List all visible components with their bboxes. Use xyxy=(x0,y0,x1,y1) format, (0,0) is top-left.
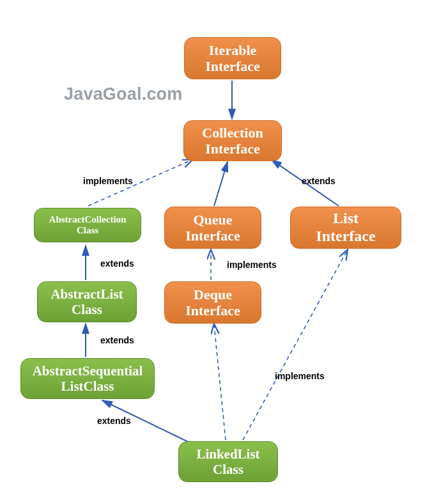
node-line: Class xyxy=(213,462,243,477)
edge-label-extends: extends xyxy=(97,416,131,426)
node-abstractsequentiallist-class: AbstractSequential ListClass xyxy=(20,358,155,399)
watermark-text: JavaGoal.com xyxy=(64,84,183,104)
edge-label-implements: implements xyxy=(83,176,133,186)
edge-label-implements: implements xyxy=(227,260,277,270)
edge-label-extends: extends xyxy=(302,176,336,186)
node-line: Iterable xyxy=(209,42,257,58)
node-line: Interface xyxy=(205,141,260,157)
edge-label-implements: implements xyxy=(275,371,325,381)
node-abstractcollection-class: AbstractCollection Class xyxy=(34,208,141,242)
node-line: Deque xyxy=(194,286,232,302)
edge-label-extends: extends xyxy=(100,258,134,269)
diagram-canvas: JavaGoal.com xyxy=(0,0,448,502)
edge-linkedlist-list xyxy=(243,251,347,440)
edge-label-extends: extends xyxy=(100,335,134,345)
node-iterable-interface: Iterable Interface xyxy=(184,37,281,79)
node-line: Class xyxy=(72,302,102,317)
edge-linkedlist-deque xyxy=(214,325,226,440)
node-line: LinkedList xyxy=(196,446,259,462)
node-collection-interface: Collection Interface xyxy=(183,120,282,161)
node-line: Interface xyxy=(205,58,260,74)
node-line: AbstractCollection xyxy=(49,214,127,225)
node-list-interface: List Interface xyxy=(290,207,401,249)
node-line: AbstractList xyxy=(50,286,123,302)
node-abstractlist-class: AbstractList Class xyxy=(37,281,137,322)
node-line: Interface xyxy=(185,302,240,318)
node-line: ListClass xyxy=(61,379,114,394)
node-line: Queue xyxy=(193,212,232,228)
node-queue-interface: Queue Interface xyxy=(164,207,261,249)
node-linkedlist-class: LinkedList Class xyxy=(178,441,278,482)
node-line: Collection xyxy=(202,125,263,141)
node-line: Class xyxy=(77,225,98,236)
node-line: AbstractSequential xyxy=(33,363,143,379)
node-line: List xyxy=(333,210,359,228)
edge-queue-collection xyxy=(214,162,228,206)
node-deque-interface: Deque Interface xyxy=(164,281,261,324)
node-line: Interface xyxy=(316,228,375,246)
node-line: Interface xyxy=(185,228,240,244)
